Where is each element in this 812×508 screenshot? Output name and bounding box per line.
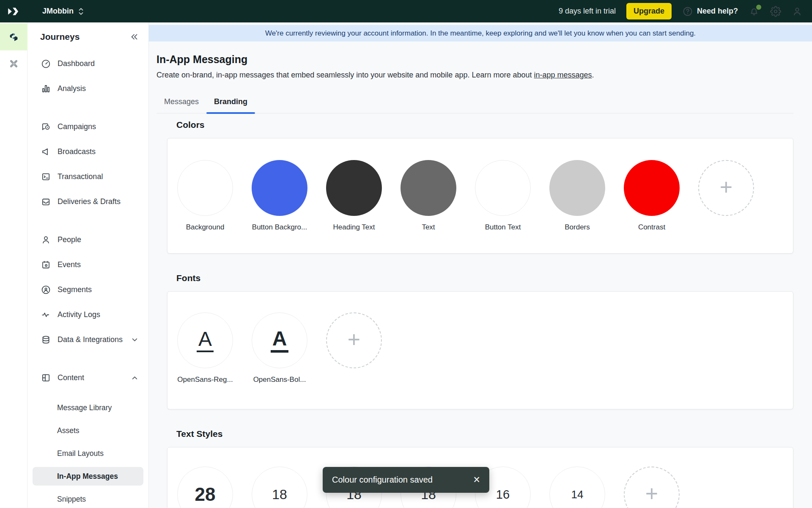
sidebar-item-in-app-messages[interactable]: In-App Messages bbox=[33, 467, 143, 486]
colors-section: Colors BackgroundButton Backgro...Headin… bbox=[167, 120, 793, 254]
color-swatch-cell: Button Backgro... bbox=[252, 160, 307, 232]
sidebar-sublist: Message LibraryAssetsEmail LayoutsIn-App… bbox=[33, 398, 143, 508]
fonts-section: Fonts AOpenSans-Reg...AOpenSans-Bol...+ bbox=[167, 273, 793, 409]
sidebar-item-message-library[interactable]: Message Library bbox=[33, 398, 143, 417]
transactional-icon bbox=[41, 171, 51, 182]
color-swatch-cell: Text bbox=[401, 160, 456, 232]
sidebar-item-campaigns[interactable]: Campaigns bbox=[33, 117, 143, 136]
nav-group: ContentMessage LibraryAssetsEmail Layout… bbox=[33, 368, 143, 508]
colors-heading: Colors bbox=[176, 120, 793, 130]
color-swatch-button-backgro[interactable] bbox=[252, 160, 307, 216]
add-font-button[interactable]: + bbox=[326, 312, 382, 368]
branding-sections: Colors BackgroundButton Backgro...Headin… bbox=[167, 120, 793, 508]
sidebar-item-label: Analysis bbox=[58, 84, 86, 93]
add-font-cell: + bbox=[326, 312, 382, 384]
add-text-style-button[interactable]: + bbox=[624, 467, 680, 508]
text-style-18[interactable]: 18 bbox=[252, 467, 307, 508]
sidebar-item-snippets[interactable]: Snippets bbox=[33, 490, 143, 508]
add-color-cell: + bbox=[698, 160, 754, 232]
sidebar-item-people[interactable]: People bbox=[33, 230, 143, 249]
account-button[interactable] bbox=[792, 6, 803, 17]
topbar: JMobbin 9 days left in trial Upgrade Nee… bbox=[0, 0, 812, 22]
text-style-cell: 18 bbox=[252, 467, 307, 508]
sidebar-item-assets[interactable]: Assets bbox=[33, 421, 143, 440]
sidebar-item-label: Dashboard bbox=[58, 59, 95, 68]
add-color-button[interactable]: + bbox=[698, 160, 754, 216]
sidebar-item-analysis[interactable]: Analysis bbox=[33, 79, 143, 98]
sidebar-subitem-label: Assets bbox=[57, 426, 80, 435]
font-swatch-opensans-bol[interactable]: A bbox=[252, 312, 307, 368]
settings-button[interactable] bbox=[770, 6, 781, 17]
collapse-sidebar-icon[interactable] bbox=[129, 32, 139, 42]
plus-icon: + bbox=[720, 176, 732, 198]
upgrade-button[interactable]: Upgrade bbox=[626, 3, 672, 19]
topbar-right: 9 days left in trial Upgrade Need help? bbox=[559, 3, 803, 19]
in-app-messages-link[interactable]: in-app messages bbox=[534, 71, 592, 79]
color-swatch-button-text[interactable] bbox=[475, 160, 531, 216]
data-integrations-icon bbox=[41, 334, 51, 345]
toast: Colour configuration saved × bbox=[323, 467, 489, 493]
sidebar-item-events[interactable]: Events bbox=[33, 255, 143, 274]
need-help-button[interactable]: Need help? bbox=[682, 6, 738, 17]
activity-logs-icon bbox=[41, 309, 51, 320]
trial-countdown: 9 days left in trial bbox=[559, 7, 616, 16]
sidebar-item-segments[interactable]: Segments bbox=[33, 280, 143, 299]
tab-bar: MessagesBranding bbox=[156, 97, 793, 113]
sidebar-item-activity-logs[interactable]: Activity Logs bbox=[33, 305, 143, 324]
rail-item-other-product[interactable] bbox=[0, 53, 27, 74]
dashboard-icon bbox=[41, 58, 51, 69]
deliveries-icon bbox=[41, 196, 51, 207]
sidebar: Journeys DashboardAnalysisCampaignsBroad… bbox=[27, 22, 149, 508]
font-swatch-opensans-reg[interactable]: A bbox=[177, 312, 233, 368]
color-swatch-heading-text[interactable] bbox=[326, 160, 382, 216]
color-swatch-label: Text bbox=[422, 223, 435, 232]
sidebar-item-label: People bbox=[58, 235, 81, 244]
tab-messages[interactable]: Messages bbox=[156, 97, 206, 113]
color-swatch-background[interactable] bbox=[177, 160, 233, 216]
font-cell: AOpenSans-Reg... bbox=[177, 312, 233, 384]
rail-item-journeys[interactable] bbox=[0, 23, 27, 50]
add-text-style-cell: + bbox=[624, 467, 680, 508]
color-swatch-label: Button Backgro... bbox=[252, 223, 307, 232]
app-root: JMobbin 9 days left in trial Upgrade Nee… bbox=[0, 0, 812, 508]
workspace-name: JMobbin bbox=[42, 7, 74, 16]
workspace-chevron-icon bbox=[78, 7, 84, 16]
sidebar-item-deliveries-drafts[interactable]: Deliveries & Drafts bbox=[33, 192, 143, 211]
font-letter-icon: A bbox=[197, 329, 214, 352]
color-swatch-cell: Heading Text bbox=[326, 160, 382, 232]
color-swatch-text[interactable] bbox=[401, 160, 456, 216]
people-icon bbox=[41, 235, 51, 245]
text-style-size-label: 18 bbox=[272, 487, 287, 502]
sidebar-item-email-layouts[interactable]: Email Layouts bbox=[33, 444, 143, 463]
notifications-button[interactable] bbox=[749, 6, 760, 17]
sidebar-subitem-label: Snippets bbox=[57, 495, 86, 504]
sidebar-nav: DashboardAnalysisCampaignsBroadcastsTran… bbox=[33, 54, 143, 508]
text-styles-heading: Text Styles bbox=[176, 429, 793, 439]
text-style-28[interactable]: 28 bbox=[177, 467, 233, 508]
chevron-up-icon bbox=[131, 374, 138, 381]
page-content: In-App Messaging Create on-brand, in-app… bbox=[149, 41, 812, 508]
text-style-14[interactable]: 14 bbox=[549, 467, 605, 508]
brand-logo-icon[interactable] bbox=[7, 6, 20, 17]
notification-dot bbox=[756, 5, 761, 10]
font-label: OpenSans-Bol... bbox=[253, 375, 306, 384]
sidebar-item-broadcasts[interactable]: Broadcasts bbox=[33, 142, 143, 161]
font-label: OpenSans-Reg... bbox=[177, 375, 233, 384]
sidebar-header: Journeys bbox=[33, 22, 143, 42]
sidebar-item-dashboard[interactable]: Dashboard bbox=[33, 54, 143, 73]
events-icon bbox=[41, 260, 51, 270]
help-icon bbox=[682, 6, 693, 17]
need-help-label: Need help? bbox=[697, 7, 738, 16]
sidebar-item-data-integrations[interactable]: Data & Integrations bbox=[33, 330, 143, 349]
tab-branding[interactable]: Branding bbox=[206, 97, 255, 113]
color-swatch-contrast[interactable] bbox=[624, 160, 680, 216]
page-description: Create on-brand, in-app messages that em… bbox=[156, 71, 793, 80]
workspace-selector[interactable]: JMobbin bbox=[42, 7, 84, 16]
main-area: We're currently reviewing your account i… bbox=[149, 22, 812, 508]
sidebar-item-content[interactable]: Content bbox=[33, 368, 143, 387]
toast-close-icon[interactable]: × bbox=[473, 474, 480, 486]
color-swatch-borders[interactable] bbox=[549, 160, 605, 216]
sidebar-item-transactional[interactable]: Transactional bbox=[33, 167, 143, 186]
plus-icon: + bbox=[348, 329, 360, 351]
color-swatch-cell: Contrast bbox=[624, 160, 680, 232]
